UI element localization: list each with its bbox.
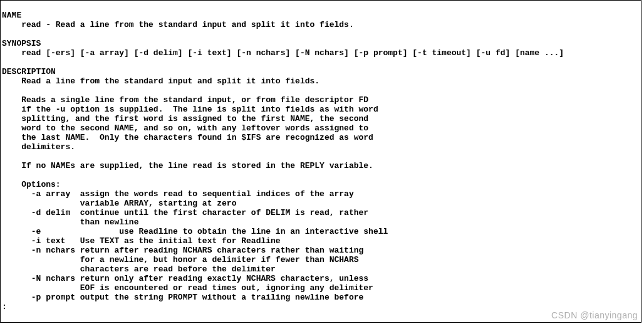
synopsis-line: read [-ers] [-a array] [-d delim] [-i te…: [2, 48, 564, 58]
description-para: Reads a single line from the standard in…: [2, 95, 368, 105]
description-line: Read a line from the standard input and …: [2, 76, 319, 86]
option-n: characters are read before the delimiter: [2, 264, 276, 274]
option-d: -d delim continue until the first charac…: [2, 208, 368, 217]
option-n: for a newline, but honor a delimiter if …: [2, 255, 359, 264]
option-a: variable ARRAY, starting at zero: [2, 199, 236, 208]
option-d: than newline: [2, 217, 138, 227]
option-a: -a array assign the words read to sequen…: [2, 189, 354, 199]
description-para: word to the second NAME, and so on, with…: [2, 123, 368, 133]
options-header: Options:: [2, 180, 61, 189]
description-para: the last NAME. Only the characters found…: [2, 133, 373, 142]
option-p: -p prompt output the string PROMPT witho…: [2, 293, 363, 302]
option-i: -i text Use TEXT as the initial text for…: [2, 236, 281, 246]
option-n: -n nchars return after reading NCHARS ch…: [2, 246, 363, 255]
description-para: splitting, and the first word is assigne…: [2, 114, 368, 123]
description-para: If no NAMEs are supplied, the line read …: [2, 161, 373, 170]
option-N: -N nchars return only after reading exac…: [2, 274, 368, 283]
section-header-description: DESCRIPTION: [2, 67, 56, 76]
section-header-name: NAME: [2, 11, 21, 20]
manpage-viewport[interactable]: NAME read - Read a line from the standar…: [0, 0, 641, 323]
option-e: -e use Readline to obtain the line in an…: [2, 227, 388, 236]
name-line: read - Read a line from the standard inp…: [2, 20, 354, 29]
section-header-synopsis: SYNOPSIS: [2, 39, 41, 48]
option-N: EOF is encountered or read times out, ig…: [2, 283, 373, 293]
pager-prompt[interactable]: :: [2, 302, 7, 311]
description-para: if the -u option is supplied. The line i…: [2, 105, 378, 114]
description-para: delimiters.: [2, 142, 75, 152]
